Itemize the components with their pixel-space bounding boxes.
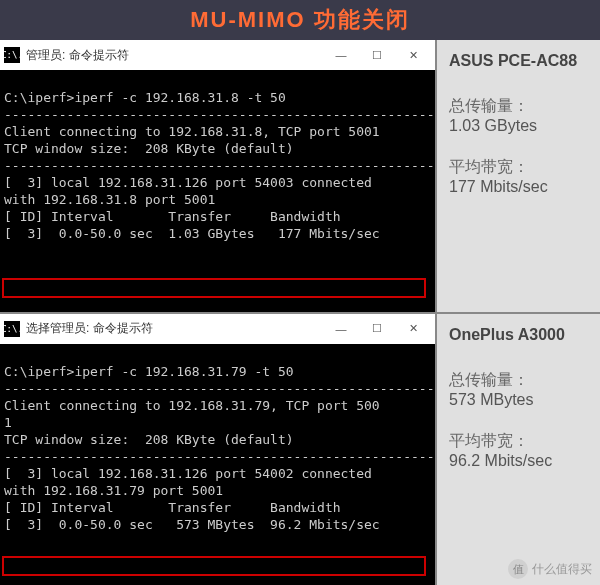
term-line: 1: [4, 415, 12, 430]
test-row-oneplus: C:\. 选择管理员: 命令提示符 — ☐ ✕ C:\iperf>iperf -…: [0, 314, 600, 586]
bandwidth-value-1: 177 Mbits/sec: [449, 178, 590, 196]
term-line: TCP window size: 208 KByte (default): [4, 432, 294, 447]
close-button[interactable]: ✕: [395, 318, 431, 340]
term-line: Client connecting to 192.168.31.79, TCP …: [4, 398, 380, 413]
term-line: TCP window size: 208 KByte (default): [4, 141, 294, 156]
transfer-label-2: 总传输量：: [449, 370, 590, 391]
term-line: [ 3] 0.0-50.0 sec 1.03 GBytes 177 Mbits/…: [4, 226, 380, 241]
term-line: with 192.168.31.79 port 5001: [4, 483, 223, 498]
window-titlebar-1[interactable]: C:\. 管理员: 命令提示符 — ☐ ✕: [0, 40, 435, 70]
term-line: with 192.168.31.8 port 5001: [4, 192, 215, 207]
term-line: C:\iperf>iperf -c 192.168.31.79 -t 50: [4, 364, 294, 379]
terminal-output-2[interactable]: C:\iperf>iperf -c 192.168.31.79 -t 50 --…: [0, 344, 435, 586]
term-line: [ 3] 0.0-50.0 sec 573 MBytes 96.2 Mbits/…: [4, 517, 380, 532]
watermark-text: 什么值得买: [532, 561, 592, 578]
transfer-value-2: 573 MBytes: [449, 391, 590, 409]
transfer-value-1: 1.03 GBytes: [449, 117, 590, 135]
device-name-1: ASUS PCE-AC88: [449, 52, 590, 70]
window-controls-1: — ☐ ✕: [323, 44, 431, 66]
term-line: [ ID] Interval Transfer Bandwidth: [4, 209, 341, 224]
summary-asus: ASUS PCE-AC88 总传输量： 1.03 GBytes 平均带宽： 17…: [437, 40, 600, 312]
summary-oneplus: OnePlus A3000 总传输量： 573 MBytes 平均带宽： 96.…: [437, 314, 600, 586]
bandwidth-value-2: 96.2 Mbits/sec: [449, 452, 590, 470]
maximize-button[interactable]: ☐: [359, 44, 395, 66]
terminal-window-2: C:\. 选择管理员: 命令提示符 — ☐ ✕ C:\iperf>iperf -…: [0, 314, 437, 586]
result-highlight-2: [2, 556, 426, 576]
term-line: Client connecting to 192.168.31.8, TCP p…: [4, 124, 380, 139]
page-header: MU-MIMO 功能关闭: [0, 0, 600, 40]
term-line: [ 3] local 192.168.31.126 port 54002 con…: [4, 466, 380, 481]
terminal-output-1[interactable]: C:\iperf>iperf -c 192.168.31.8 -t 50 ---…: [0, 70, 435, 312]
result-highlight-1: [2, 278, 426, 298]
minimize-button[interactable]: —: [323, 44, 359, 66]
device-name-2: OnePlus A3000: [449, 326, 590, 344]
window-title-1: 管理员: 命令提示符: [26, 47, 323, 64]
transfer-label-1: 总传输量：: [449, 96, 590, 117]
window-title-2: 选择管理员: 命令提示符: [26, 320, 323, 337]
watermark-logo-icon: 值: [508, 559, 528, 579]
window-controls-2: — ☐ ✕: [323, 318, 431, 340]
watermark: 值 什么值得买: [508, 559, 592, 579]
term-line: ----------------------------------------…: [4, 107, 435, 122]
maximize-button[interactable]: ☐: [359, 318, 395, 340]
window-titlebar-2[interactable]: C:\. 选择管理员: 命令提示符 — ☐ ✕: [0, 314, 435, 344]
close-button[interactable]: ✕: [395, 44, 431, 66]
bandwidth-label-2: 平均带宽：: [449, 431, 590, 452]
cmd-icon: C:\.: [4, 321, 20, 337]
minimize-button[interactable]: —: [323, 318, 359, 340]
term-line: ----------------------------------------…: [4, 158, 435, 173]
term-line: C:\iperf>iperf -c 192.168.31.8 -t 50: [4, 90, 286, 105]
term-line: ----------------------------------------…: [4, 381, 435, 396]
term-line: ----------------------------------------…: [4, 449, 435, 464]
term-line: [ ID] Interval Transfer Bandwidth: [4, 500, 341, 515]
content-area: C:\. 管理员: 命令提示符 — ☐ ✕ C:\iperf>iperf -c …: [0, 40, 600, 585]
terminal-window-1: C:\. 管理员: 命令提示符 — ☐ ✕ C:\iperf>iperf -c …: [0, 40, 437, 312]
test-row-asus: C:\. 管理员: 命令提示符 — ☐ ✕ C:\iperf>iperf -c …: [0, 40, 600, 314]
cmd-icon: C:\.: [4, 47, 20, 63]
term-line: [ 3] local 192.168.31.126 port 54003 con…: [4, 175, 372, 190]
bandwidth-label-1: 平均带宽：: [449, 157, 590, 178]
